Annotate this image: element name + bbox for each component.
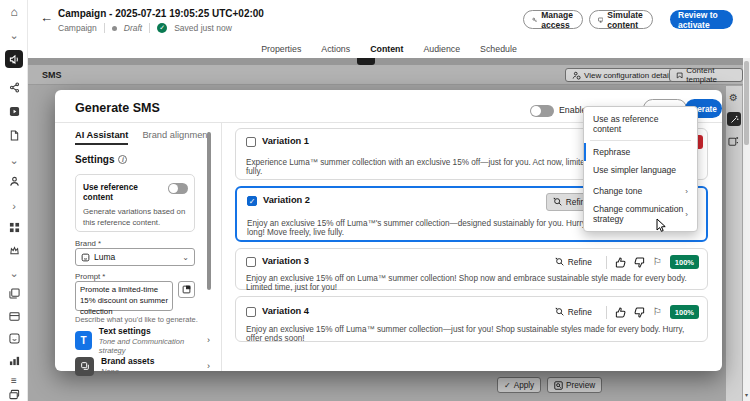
panel-tabs: AI Assistant Brand alignment (75, 130, 210, 145)
assistant-panel: AI Assistant Brand alignment Settings i … (55, 122, 222, 371)
view-configuration-button[interactable]: View configuration details (565, 68, 682, 82)
chevron-right-icon[interactable]: › (0, 199, 28, 213)
content-template-button[interactable]: Content template (669, 68, 743, 82)
list-icon[interactable]: ≡ (0, 374, 28, 388)
variation-3-checkbox[interactable] (246, 257, 256, 267)
simulate-content-button[interactable]: Simulate content (589, 10, 653, 29)
text-settings-item[interactable]: T Text settings Tone and Communication s… (75, 329, 210, 351)
variation-4-checkbox[interactable] (246, 307, 256, 317)
saved-status: Saved just now (174, 23, 232, 33)
expand-icon (182, 285, 191, 294)
person-gear-icon (572, 71, 581, 80)
offers-icon[interactable] (0, 333, 28, 344)
chevron-right-icon: › (685, 210, 688, 219)
key-icon (532, 15, 537, 25)
variation-4-score-badge: 100% (670, 305, 699, 319)
chevron-down-icon[interactable]: ⌄ (0, 28, 28, 42)
thumbs-up-icon[interactable] (615, 257, 626, 268)
preview-button[interactable]: Preview (547, 377, 602, 393)
divider (104, 23, 105, 33)
loyalty-icon[interactable] (0, 245, 28, 256)
thumbs-down-icon[interactable] (634, 307, 645, 318)
campaigns-icon[interactable] (5, 50, 23, 68)
refine-icon (553, 197, 563, 207)
variation-2-checkbox[interactable]: ✓ (247, 196, 257, 206)
flag-icon[interactable]: ⚐ (653, 256, 662, 268)
tab-brand-alignment[interactable]: Brand alignment (142, 130, 210, 145)
manage-access-button[interactable]: Manage access (523, 10, 583, 29)
variation-3-text: Enjoy an exclusive 15% off on Luma™ summ… (246, 274, 696, 292)
back-icon[interactable]: ← (40, 10, 53, 25)
panel-handle-notch[interactable] (357, 58, 375, 65)
menu-item-change-tone[interactable]: Change tone › (584, 182, 697, 200)
brand-assets-item[interactable]: Brand assets None › (75, 355, 210, 377)
tab-schedule[interactable]: Schedule (480, 44, 517, 54)
variation-4-title: Variation 4 (262, 306, 309, 316)
flag-icon[interactable]: ⚐ (653, 306, 662, 318)
page-title: Campaign - 2025-07-21 19:05:25 UTC+02:00 (58, 8, 264, 19)
menu-item-rephrase[interactable]: Rephrase (584, 143, 697, 161)
variation-1-checkbox[interactable] (246, 137, 256, 147)
media-icon[interactable] (0, 106, 28, 117)
brand-icon (81, 253, 90, 262)
breadcrumb-campaign[interactable]: Campaign (58, 23, 97, 33)
enable-toggle[interactable] (530, 105, 554, 117)
tab-ai-assistant[interactable]: AI Assistant (75, 130, 128, 145)
chevron-down-icon[interactable]: ⌄ (0, 266, 28, 280)
settings-heading: Settings i (75, 154, 127, 165)
divider (606, 256, 607, 269)
menu-item-use-simpler-language[interactable]: Use simpler language (584, 161, 697, 179)
document-icon[interactable] (0, 130, 28, 141)
connections-icon[interactable] (0, 82, 28, 93)
apply-button[interactable]: ✓ Apply (497, 377, 541, 393)
menu-item-change-communication-strategy[interactable]: Change communication strategy › (584, 200, 697, 228)
variation-1-title: Variation 1 (262, 136, 309, 146)
text-settings-icon: T (75, 331, 92, 350)
gear-icon[interactable]: ⚙ (729, 92, 738, 103)
chevron-down-icon[interactable]: ⌄ (0, 153, 28, 167)
variation-4-refine-button[interactable]: Refine (549, 304, 598, 320)
prompt-input[interactable]: Promote a limited-time 15% discount on s… (75, 281, 173, 311)
apps-grid-icon[interactable] (0, 222, 28, 233)
page-scrollbar-thumb[interactable] (744, 61, 749, 145)
divider (590, 140, 691, 141)
scroll-down-arrow[interactable]: ▾ (743, 389, 750, 401)
prompt-label: Prompt * (75, 272, 105, 281)
fragments-icon[interactable] (0, 288, 28, 299)
home-icon[interactable]: ⌂ (0, 5, 28, 19)
mouse-cursor (656, 218, 667, 233)
draft-dot-icon (112, 26, 117, 31)
templates-icon[interactable] (0, 311, 28, 322)
tab-properties[interactable]: Properties (261, 44, 301, 54)
refine-icon (555, 307, 565, 317)
thumbs-down-icon[interactable] (634, 257, 645, 268)
variation-card-3: Variation 3 Refine ⚐ 100% Enjoy an exclu… (235, 248, 708, 290)
variation-3-refine-button[interactable]: Refine (549, 254, 598, 270)
panel-scrollbar[interactable] (207, 130, 211, 362)
windows-icon[interactable] (0, 389, 28, 400)
app-header: ← Campaign - 2025-07-21 19:05:25 UTC+02:… (28, 0, 750, 40)
brand-select[interactable]: Luma ⌄ (75, 248, 195, 266)
tab-actions[interactable]: Actions (321, 44, 350, 54)
brand-value: Luma (94, 252, 115, 262)
generate-assets-icon[interactable] (728, 136, 739, 147)
refine-icon (555, 257, 565, 267)
right-tool-rail: ⚙ (726, 86, 742, 401)
menu-item-use-as-reference[interactable]: Use as reference content (584, 110, 697, 138)
breadcrumb: Campaign Draft ✓ Saved just now (58, 23, 232, 33)
tab-audience[interactable]: Audience (423, 44, 460, 54)
tab-content[interactable]: Content (370, 44, 403, 54)
review-to-activate-button[interactable]: Review to activate (670, 10, 733, 29)
ai-wand-icon[interactable] (727, 112, 741, 126)
variation-card-4: Variation 4 Refine ⚐ 100% Enjoy an exclu… (235, 296, 708, 342)
person-icon[interactable] (0, 176, 28, 187)
info-icon[interactable]: i (118, 155, 127, 164)
reports-icon[interactable] (0, 355, 28, 366)
reference-content-desc: Generate variations based on this refere… (83, 207, 187, 228)
campaign-tabbar: Properties Actions Content Audience Sche… (28, 40, 750, 58)
expand-prompt-button[interactable] (178, 281, 195, 298)
thumbs-up-icon[interactable] (615, 307, 626, 318)
reference-content-toggle[interactable] (168, 183, 188, 194)
divider (149, 23, 150, 33)
reference-content-card: Use reference content Generate variation… (75, 174, 195, 232)
